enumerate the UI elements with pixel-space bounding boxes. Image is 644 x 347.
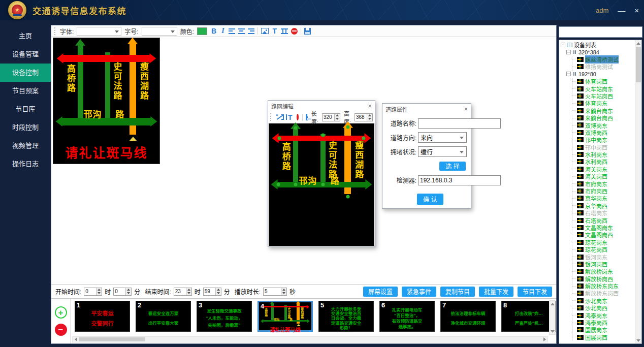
end-hour-value[interactable]: 23 — [174, 288, 186, 295]
device-item[interactable]: 火车站岗西 — [572, 92, 641, 100]
control-point-dot[interactable] — [294, 183, 298, 186]
action-button[interactable]: 节目下发 — [518, 287, 552, 297]
device-item[interactable]: 石塔岗东 — [572, 209, 641, 216]
device-item[interactable]: 海关岗东 — [572, 166, 641, 173]
tree-scrollbar[interactable] — [635, 40, 641, 343]
add-program-button[interactable]: + — [55, 306, 67, 319]
duration-value[interactable]: 5 — [264, 288, 281, 295]
device-item[interactable]: 京华岗东 — [572, 195, 641, 202]
road-network-icon[interactable] — [281, 114, 283, 120]
text-tool-icon[interactable]: T — [272, 27, 278, 35]
align-right-icon[interactable] — [248, 28, 254, 34]
action-button[interactable]: 紧急事件 — [402, 287, 436, 297]
collapse-icon[interactable] — [566, 72, 571, 76]
device-item[interactable]: 银河岗东 — [572, 253, 641, 260]
height-stepper[interactable]: 368 — [355, 113, 373, 121]
device-item[interactable]: 鸿泰岗西 — [572, 319, 641, 326]
device-item[interactable]: 来鹤台岗东 — [572, 107, 641, 114]
control-point-dot[interactable] — [346, 125, 349, 129]
close-button[interactable]: × — [634, 7, 639, 14]
step-down-icon[interactable] — [216, 292, 221, 295]
device-item[interactable]: 琼花岗东 — [572, 239, 641, 246]
device-group-row[interactable]: 192*80 — [566, 71, 641, 78]
sidebar-item[interactable]: 设备管理 — [0, 45, 51, 64]
device-item[interactable]: 双博岗西 — [572, 129, 641, 136]
draw-line-icon[interactable] — [276, 114, 278, 120]
device-item[interactable]: 沙北岗东 — [572, 297, 641, 304]
device-group-row[interactable]: 320*384 — [566, 48, 641, 55]
control-point-dot[interactable] — [277, 137, 281, 140]
road-network-icon[interactable] — [281, 28, 288, 34]
device-item[interactable]: 银河岗西 — [572, 261, 641, 268]
device-item[interactable]: 水利岗西 — [572, 158, 641, 165]
program-thumbnail[interactable]: 1 平安春运 交警同行 高桥路 史可法路 瘦西湖路 邗沟 路 请礼让斑马线 — [75, 301, 130, 332]
program-thumbnail[interactable]: 8 打击改装“炸… 严查严处“机… 高桥路 史可法路 瘦西湖路 邗沟 路 请礼让… — [501, 301, 556, 332]
horizontal-scrollbar[interactable] — [72, 336, 548, 342]
step-up-icon[interactable] — [216, 288, 221, 292]
font-select[interactable] — [77, 27, 121, 36]
close-icon[interactable]: × — [464, 106, 468, 112]
road-name-input[interactable] — [418, 118, 501, 129]
program-thumbnail[interactable]: 6 扎实开展电动车 “百日整治”， 有效预防道路交 通事故。 高桥路 史可法路 … — [379, 301, 435, 332]
device-item[interactable]: 沙北岗西 — [572, 304, 641, 311]
start-hour-value[interactable]: 0 — [84, 288, 96, 295]
minimize-button[interactable]: — — [618, 7, 625, 14]
sign-preview-panel[interactable]: 高桥路 史可法路 瘦西湖路 邗沟 路 请礼让斑马线 — [53, 38, 160, 164]
device-item[interactable]: 文昌阁岗东 — [572, 224, 641, 231]
toolbar-grip[interactable] — [54, 27, 56, 35]
color-swatch[interactable] — [197, 27, 207, 35]
action-button[interactable]: 批量下发 — [479, 287, 513, 297]
align-center-icon[interactable] — [238, 28, 245, 34]
close-icon[interactable]: × — [368, 103, 372, 109]
device-item[interactable]: 来鹤台岗西 — [572, 114, 641, 121]
font-size-select[interactable] — [142, 27, 177, 36]
device-search-input[interactable] — [559, 26, 642, 38]
device-item[interactable]: 解放桥岗东 — [572, 268, 641, 275]
device-item[interactable]: 体育岗西 — [572, 78, 641, 85]
device-item[interactable]: 海关岗西 — [572, 173, 641, 180]
sidebar-item[interactable]: 主页 — [0, 27, 51, 45]
select-detector-button[interactable]: 选 择 — [439, 162, 466, 171]
start-minute-stepper[interactable]: 0 — [113, 288, 132, 296]
device-item[interactable]: 螺丝湾桥测试 — [572, 56, 641, 63]
step-up-icon[interactable] — [335, 114, 340, 117]
step-up-icon[interactable] — [367, 114, 372, 117]
step-up-icon[interactable] — [126, 288, 131, 292]
align-left-icon[interactable] — [229, 28, 235, 34]
device-item[interactable]: 解放桥东岗西 — [572, 290, 641, 297]
step-up-icon[interactable] — [186, 288, 191, 292]
remove-program-button[interactable]: − — [55, 324, 67, 336]
length-stepper[interactable]: 320 — [322, 113, 340, 121]
step-up-icon[interactable] — [281, 288, 286, 292]
control-point-dot[interactable] — [294, 127, 298, 130]
control-point-dot[interactable] — [346, 195, 349, 198]
duration-stepper[interactable]: 5 — [263, 288, 287, 296]
program-thumbnail[interactable]: 5 大力开展秋冬季 交通安全整治百 日会战，全力稳 定道路交通安全 形势！ 高桥… — [318, 301, 374, 332]
detector-input[interactable] — [418, 175, 501, 185]
height-value[interactable]: 368 — [355, 114, 367, 121]
toolbar-grip[interactable] — [270, 113, 271, 121]
save-icon[interactable] — [304, 28, 311, 35]
sidebar-item[interactable]: 节目预案 — [0, 82, 51, 100]
scroll-up-icon[interactable] — [635, 40, 641, 46]
scrollbar-thumb[interactable] — [79, 337, 145, 341]
end-minute-stepper[interactable]: 59 — [203, 288, 221, 296]
scroll-right-icon[interactable] — [541, 337, 548, 342]
device-item[interactable]: 体育岗东 — [572, 100, 641, 107]
length-value[interactable]: 320 — [323, 114, 334, 121]
device-item[interactable]: 市府岗西 — [572, 187, 641, 195]
sidebar-item[interactable]: 时段控制 — [0, 118, 51, 137]
step-down-icon[interactable] — [281, 292, 286, 295]
scrollbar-thumb[interactable] — [636, 47, 641, 82]
insert-image-icon[interactable] — [261, 28, 269, 34]
step-down-icon[interactable] — [367, 117, 372, 121]
italic-button[interactable]: I — [220, 27, 225, 35]
road-editor-canvas[interactable]: 高桥路 史可法路 瘦西湖路 邗沟 路 请礼让斑马线 — [269, 123, 374, 246]
device-item[interactable]: 邗中岗东 — [572, 136, 641, 143]
save-icon[interactable] — [306, 114, 308, 120]
device-item[interactable]: 双博岗东 — [572, 121, 641, 129]
device-item[interactable]: 琼花岗西 — [572, 246, 641, 253]
end-hour-stepper[interactable]: 23 — [174, 288, 192, 296]
sidebar-item[interactable]: 节目库 — [0, 100, 51, 118]
step-down-icon[interactable] — [335, 117, 340, 121]
